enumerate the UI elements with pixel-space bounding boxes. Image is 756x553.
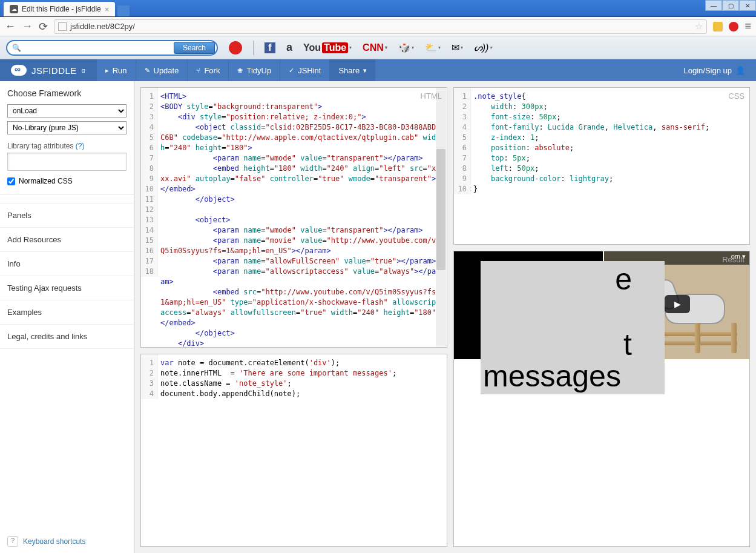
pencil-icon: ✎ — [145, 67, 150, 75]
result-content: om ▾ ▶ e — [454, 251, 749, 546]
tidyup-button[interactable]: ❀TidyUp — [228, 59, 280, 81]
amazon-icon[interactable]: a — [286, 41, 292, 54]
sidebar-item-info[interactable]: Info — [0, 252, 134, 276]
tab-title: Edit this Fiddle - jsFiddle — [22, 5, 101, 13]
css-editor[interactable]: .note_style{ width: 300px; font-size: 50… — [471, 88, 749, 244]
close-tab-icon[interactable]: × — [105, 5, 110, 14]
search-icon: 🔍 — [12, 44, 21, 52]
url-input[interactable]: jsfiddle.net/8C2py/ ☆ — [54, 19, 707, 34]
css-gutter: 1 2 3 4 5 6 7 8 9 10 — [454, 88, 471, 194]
onload-select[interactable]: onLoad — [7, 104, 127, 118]
chrome-menu-button[interactable]: ≡ — [744, 20, 751, 33]
new-tab-button[interactable] — [117, 5, 130, 16]
facebook-icon[interactable]: f — [265, 42, 275, 53]
result-panel: Result om ▾ ▶ — [453, 251, 750, 547]
youtube-icon[interactable]: YouTube▾ — [303, 42, 352, 53]
jsfiddle-logo[interactable]: JSFIDDLE α — [0, 59, 96, 81]
ask-toolbar: 🔍 Search f a YouTube▾ CNN▾ 🎲▾ ⛅▾ ✉▾ ᔕ))▾ — [0, 36, 756, 59]
sidebar-item-examples[interactable]: Examples — [0, 300, 134, 325]
scrollbar[interactable] — [436, 88, 446, 346]
js-editor[interactable]: var note = document.createElement('div')… — [158, 354, 447, 546]
jshint-button[interactable]: ✓JSHint — [280, 59, 329, 81]
sidebar-item-panels[interactable]: Panels — [0, 203, 134, 228]
maximize-button[interactable]: ▢ — [722, 0, 739, 11]
fork-button[interactable]: ⑂Fork — [187, 59, 228, 81]
weather-icon[interactable]: ⛅▾ — [425, 42, 441, 53]
sidebar: Choose Framework onLoad No-Library (pure… — [0, 81, 134, 553]
separator — [0, 194, 134, 194]
html-panel[interactable]: HTML 1 2 3 4 5 6 7 8 9 10 11 12 13 14 15… — [140, 87, 447, 348]
alpha-badge: α — [82, 67, 85, 74]
ask-extension-icon[interactable] — [729, 22, 738, 31]
browser-tab[interactable]: ☁ Edit this Fiddle - jsFiddle × — [4, 2, 115, 16]
editor-grid: HTML 1 2 3 4 5 6 7 8 9 10 11 12 13 14 15… — [134, 81, 756, 553]
ask-icon[interactable] — [229, 41, 242, 55]
page-icon — [58, 22, 67, 31]
url-text: jsfiddle.net/8C2py/ — [70, 22, 691, 31]
result-label: Result — [722, 255, 744, 264]
keyboard-shortcuts-link[interactable]: Keyboard shortcuts — [23, 537, 85, 546]
library-attrs-input[interactable] — [7, 153, 127, 171]
minimize-button[interactable]: — — [705, 0, 722, 11]
help-button[interactable]: ? — [7, 536, 18, 547]
share-button[interactable]: Share ▾ — [329, 59, 375, 81]
message-overlay: e t messages — [481, 261, 665, 394]
html-label: HTML — [421, 91, 442, 101]
html-editor[interactable]: <HTML> <BODY style="background:transpare… — [158, 88, 447, 347]
js-gutter: 1 2 3 4 — [141, 354, 158, 399]
run-button[interactable]: ▸Run — [96, 59, 136, 81]
login-signup-button[interactable]: Login/Sign up👤 — [672, 59, 756, 81]
forward-button[interactable]: → — [22, 20, 33, 33]
check-icon: ✓ — [289, 67, 294, 75]
normalized-css-checkbox[interactable]: Normalized CSS — [7, 177, 127, 185]
html-gutter: 1 2 3 4 5 6 7 8 9 10 11 12 13 14 15 16 1… — [141, 88, 158, 277]
play-icon: ▸ — [105, 67, 109, 75]
sidebar-item-legal[interactable]: Legal, credits and links — [0, 325, 134, 349]
snail-icon[interactable]: ᔕ))▾ — [474, 42, 493, 53]
fork-icon: ⑂ — [196, 67, 200, 74]
back-button[interactable]: ← — [5, 20, 16, 33]
cloud-logo-icon — [11, 65, 27, 76]
jsfiddle-header: JSFIDDLE α ▸Run ✎Update ⑂Fork ❀TidyUp ✓J… — [0, 59, 756, 81]
browser-titlebar: ☁ Edit this Fiddle - jsFiddle × — ▢ ✕ — [0, 0, 756, 17]
brand-text: JSFIDDLE — [31, 65, 77, 76]
css-panel[interactable]: CSS 1 2 3 4 5 6 7 8 9 10 .note_style{ wi… — [453, 87, 750, 245]
css-label: CSS — [728, 91, 744, 101]
dice-icon[interactable]: 🎲▾ — [398, 42, 414, 53]
update-button[interactable]: ✎Update — [136, 59, 188, 81]
cloud-icon: ☁ — [10, 5, 18, 13]
toolbar-search-button[interactable]: Search — [174, 42, 215, 54]
reload-button[interactable]: ⟳ — [39, 20, 48, 33]
youtube-play-icon[interactable]: ▶ — [665, 295, 690, 313]
scroll-thumb[interactable] — [436, 149, 445, 270]
library-attrs-label: Library tag attributes (?) — [7, 142, 127, 150]
sidebar-item-testing[interactable]: Testing Ajax requests — [0, 276, 134, 300]
address-bar: ← → ⟳ jsfiddle.net/8C2py/ ☆ ≡ — [0, 17, 756, 36]
close-window-button[interactable]: ✕ — [739, 0, 756, 11]
cnn-icon[interactable]: CNN▾ — [363, 42, 387, 53]
mail-icon[interactable]: ✉▾ — [452, 42, 463, 53]
chevron-down-icon: ▾ — [363, 67, 367, 75]
sidebar-title: Choose Framework — [7, 88, 127, 98]
bookmark-icon[interactable]: ☆ — [695, 21, 703, 32]
extension-icon[interactable] — [713, 22, 723, 31]
separator — [253, 41, 254, 55]
user-icon: 👤 — [735, 66, 745, 75]
library-select[interactable]: No-Library (pure JS) — [7, 121, 127, 134]
toolbar-search[interactable]: 🔍 Search — [6, 40, 218, 56]
sidebar-item-resources[interactable]: Add Resources — [0, 228, 134, 252]
toolbar-search-input[interactable] — [21, 44, 174, 52]
help-icon[interactable]: (?) — [76, 142, 85, 150]
js-panel[interactable]: 1 2 3 4 var note = document.createElemen… — [140, 354, 447, 547]
leaf-icon: ❀ — [237, 67, 243, 75]
